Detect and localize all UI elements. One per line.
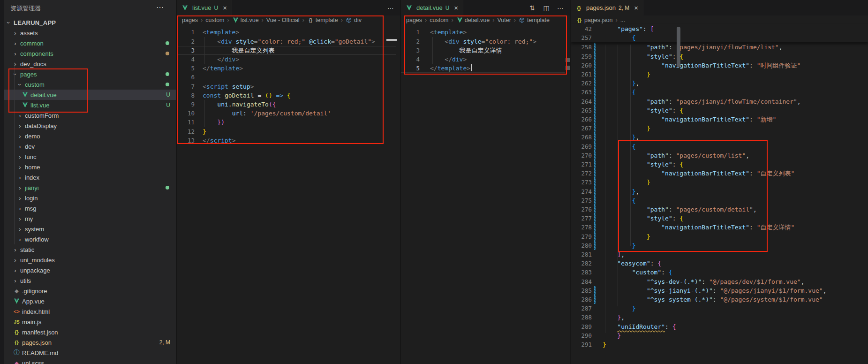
code-line-273[interactable]: 273 } (571, 178, 868, 187)
tab-list-vue[interactable]: list.vueU× (177, 0, 232, 15)
code-line-1[interactable]: 1<template> (177, 28, 400, 37)
breadcrumb-item[interactable]: div (346, 16, 362, 23)
sticky-line-42[interactable]: 42 "pages": [ (571, 24, 868, 33)
tree-item-README.md[interactable]: ⓘREADME.md (4, 348, 176, 358)
code-line-275[interactable]: 275 { (571, 196, 868, 205)
tree-item-msg[interactable]: ›msg (4, 203, 176, 213)
sticky-line-257[interactable]: 257 { (571, 33, 868, 42)
more-actions-button[interactable]: ⋯ (387, 4, 394, 12)
tree-item-uni.scss[interactable]: ◆uni.scss (4, 358, 176, 364)
line-number[interactable]: 265 (571, 106, 592, 115)
line-number[interactable]: 285 (571, 286, 592, 295)
tree-item-App.vue[interactable]: App.vue (4, 296, 176, 306)
line-number[interactable]: 10 (177, 109, 195, 118)
line-number[interactable]: 263 (571, 88, 592, 97)
line-number[interactable]: 261 (571, 70, 592, 79)
line-number[interactable]: 277 (571, 214, 592, 223)
code-line-6[interactable]: 6 (177, 73, 400, 82)
tree-item-components[interactable]: ›components (4, 48, 176, 59)
code-line-260[interactable]: 260 "navigationBarTitleText": "时间组件验证" (571, 61, 868, 70)
line-number[interactable]: 268 (571, 133, 592, 142)
tree-item-static[interactable]: ›static (4, 244, 176, 255)
tree-item-manifest.json[interactable]: {}manifest.json (4, 327, 176, 337)
line-number[interactable]: 275 (571, 196, 592, 205)
tree-item-dataDisplay[interactable]: ›dataDisplay (4, 121, 176, 131)
line-number[interactable]: 280 (571, 241, 592, 250)
tree-item-customForm[interactable]: ›customForm (4, 110, 176, 121)
pane-border[interactable] (570, 0, 571, 364)
explorer-more-actions-icon[interactable]: ⋯ (156, 3, 164, 12)
pane-border[interactable] (400, 0, 401, 364)
code-line-266[interactable]: 266 "navigationBarTitleText": "新增" (571, 115, 868, 124)
pane-border[interactable] (176, 0, 177, 364)
line-number[interactable]: 291 (571, 340, 592, 349)
line-number[interactable]: 290 (571, 331, 592, 340)
tree-item-detail.vue[interactable]: detail.vueU (4, 90, 176, 100)
tree-item-my[interactable]: ›my (4, 213, 176, 224)
open-changes-button[interactable]: ⇅ (528, 4, 536, 12)
tree-item-jianyi[interactable]: ›jianyi (4, 182, 176, 193)
code-line-271[interactable]: 271 "style": { (571, 160, 868, 169)
tree-item-index[interactable]: ›index (4, 172, 176, 182)
code-line-5[interactable]: 5</template> (401, 64, 570, 73)
code-line-3[interactable]: 3 我是自定义列表 (177, 46, 400, 55)
more-actions-button[interactable]: ⋯ (557, 4, 564, 12)
breadcrumb-item[interactable]: {}pages.json (576, 16, 612, 23)
code-line-272[interactable]: 272 "navigationBarTitleText": "自定义列表" (571, 169, 868, 178)
line-number[interactable]: 284 (571, 277, 592, 286)
line-number[interactable]: 260 (571, 61, 592, 70)
line-number[interactable]: 272 (571, 169, 592, 178)
code-line-283[interactable]: 283 "custom": { (571, 268, 868, 277)
code-line-291[interactable]: 291} (571, 340, 868, 349)
breadcrumb-item[interactable]: Vuter (497, 17, 511, 23)
tree-item-login[interactable]: ›login (4, 193, 176, 203)
line-number[interactable]: 13 (177, 136, 195, 145)
line-number[interactable]: 267 (571, 124, 592, 133)
breadcrumb-item[interactable]: pages (406, 17, 422, 23)
tree-item-common[interactable]: ›common (4, 38, 176, 48)
line-number[interactable]: 270 (571, 151, 592, 160)
tree-item-root[interactable]: › LEARUN_APP (4, 17, 176, 28)
code-line-12[interactable]: 12} (177, 127, 400, 136)
breadcrumb-item[interactable]: custom (205, 17, 224, 23)
line-number[interactable]: 9 (177, 100, 195, 109)
tree-item-home[interactable]: ›home (4, 162, 176, 172)
breadcrumb-item[interactable]: ... (620, 17, 625, 23)
code-line-276[interactable]: 276 "path": "pages/custom/detail", (571, 205, 868, 214)
line-number[interactable]: 274 (571, 187, 592, 196)
code-line-269[interactable]: 269 { (571, 142, 868, 151)
line-number[interactable]: 286 (571, 295, 592, 304)
code-line-264[interactable]: 264 "path": "pages/jianyi/flowTime/conta… (571, 97, 868, 106)
line-number[interactable]: 12 (177, 127, 195, 136)
line-number[interactable]: 288 (571, 313, 592, 322)
code-line-279[interactable]: 279 } (571, 232, 868, 241)
tree-item-assets[interactable]: ›assets (4, 28, 176, 38)
code-line-281[interactable]: 281 ], (571, 250, 868, 259)
code-line-277[interactable]: 277 "style": { (571, 214, 868, 223)
code-line-2[interactable]: 2 <div style="color: red;"> (401, 37, 570, 46)
line-number[interactable]: 259 (571, 52, 592, 61)
tree-item-workflow[interactable]: ›workflow (4, 234, 176, 244)
line-number[interactable]: 276 (571, 205, 592, 214)
line-number[interactable]: 279 (571, 232, 592, 241)
breadcrumb-item[interactable]: Vue - Official (266, 17, 300, 23)
code-line-280[interactable]: 280 } (571, 241, 868, 250)
code-line-262[interactable]: 262 }, (571, 79, 868, 88)
line-number[interactable]: 2 (177, 37, 195, 46)
code-line-2[interactable]: 2 <div style="color: red;" @click="goDet… (177, 37, 400, 46)
code-line-259[interactable]: 259 "style": { (571, 52, 868, 61)
code-line-13[interactable]: 13</script> (177, 136, 400, 145)
code-line-258[interactable]: 258 "path": "pages/jianyi/flowTime/list"… (571, 43, 868, 52)
tree-item-pages.json[interactable]: {}pages.json2, M (4, 337, 176, 348)
code-line-285[interactable]: 285 "^sys-jianyi-(.*)": "@/pages/jianyi/… (571, 286, 868, 295)
code-line-288[interactable]: 288 }, (571, 313, 868, 322)
code-line-1[interactable]: 1<template> (401, 28, 570, 37)
breadcrumb-item[interactable]: custom (430, 17, 448, 23)
code-line-284[interactable]: 284 "^sys-dev-(.*)": "@/pages/dev/$1/for… (571, 277, 868, 286)
breadcrumb-item[interactable]: pages (182, 17, 198, 23)
line-number[interactable]: 281 (571, 250, 592, 259)
tree-item-utils[interactable]: ›utils (4, 275, 176, 286)
code-line-290[interactable]: 290 } (571, 331, 868, 340)
code-line-265[interactable]: 265 "style": { (571, 106, 868, 115)
code-line-3[interactable]: 3 我是自定义详情 (401, 46, 570, 55)
